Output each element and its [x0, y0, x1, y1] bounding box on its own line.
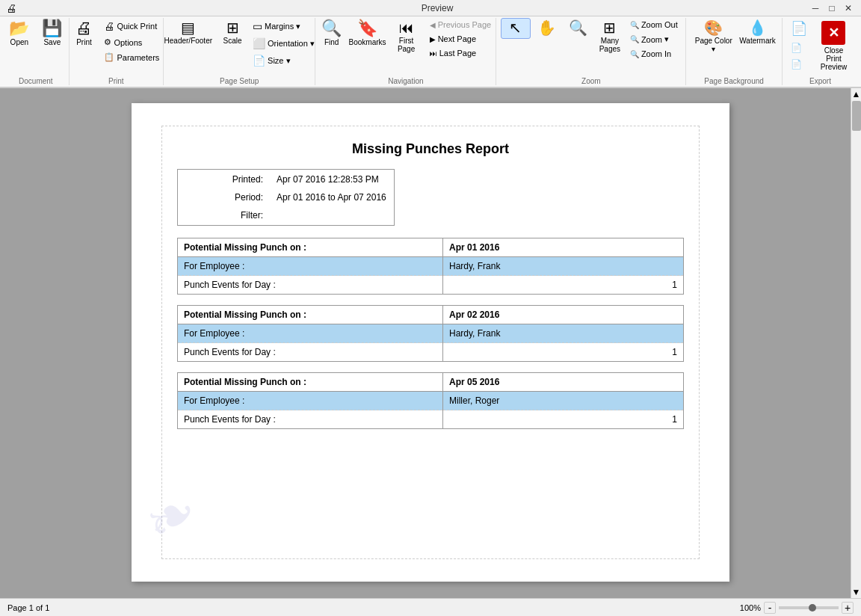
options-button[interactable]: ⚙ Options: [100, 35, 163, 49]
maximize-button[interactable]: □: [825, 1, 839, 15]
watermark-button[interactable]: 💧 Watermark: [738, 18, 777, 47]
first-page-button[interactable]: ⏮ First Page: [388, 18, 424, 55]
vertical-scrollbar[interactable]: ▲ ▼: [851, 88, 861, 598]
scale-label: Scale: [223, 37, 242, 45]
pdf-button-3[interactable]: 📄: [787, 57, 811, 72]
page-container[interactable]: ❧ Missing Punches Report Printed: Apr 07…: [0, 88, 861, 598]
cursor-tool-button[interactable]: ↖: [501, 18, 531, 39]
navigation-buttons: 🔍 Find 🔖 Bookmarks ⏮ First Page ◀ Previo…: [317, 18, 496, 76]
section-3-header: Potential Missing Punch on : Apr 05 2016: [178, 373, 684, 392]
scale-button[interactable]: ⊞ Scale: [217, 18, 247, 47]
options-label: Options: [114, 38, 142, 47]
hand-tool-button[interactable]: ✋: [532, 18, 562, 39]
section-3-employee-label: For Employee :: [178, 392, 443, 410]
ribbon-group-print: 🖨 Print 🖨 Quick Print ⚙ Options 📋 Parame…: [70, 18, 164, 85]
next-page-button[interactable]: ▶ Next Page: [426, 32, 496, 46]
magnifier-icon: 🔍: [569, 20, 587, 35]
page-inner: Missing Punches Report Printed: Apr 07 2…: [161, 126, 700, 559]
ribbon-group-navigation: 🔍 Find 🔖 Bookmarks ⏮ First Page ◀ Previo…: [315, 18, 496, 85]
section-1-header: Potential Missing Punch on : Apr 01 2016: [178, 238, 684, 257]
watermark-icon: 💧: [748, 20, 767, 35]
ribbon-content: 📂 Open 💾 Save Document 🖨 Print 🖨: [0, 16, 861, 87]
title-bar: 🖨 Preview ─ □ ✕: [0, 0, 861, 16]
close-print-preview-button[interactable]: ✕ Close PrintPreview: [814, 18, 854, 74]
scroll-thumb[interactable]: [852, 101, 861, 131]
zoom-increase-button[interactable]: +: [842, 602, 854, 614]
ribbon-group-page-background: 🎨 Page Color ▾ 💧 Watermark Page Backgrou…: [686, 18, 783, 85]
nav-prev-next: ◀ Previous Page ▶ Next Page ⏭ Last Page: [426, 18, 496, 60]
section-2-date-header: Potential Missing Punch on :: [178, 306, 443, 324]
quick-print-button[interactable]: 🖨 Quick Print: [100, 18, 163, 34]
quick-print-label: Quick Print: [117, 22, 157, 31]
minimize-button[interactable]: ─: [809, 1, 822, 15]
print-main-button[interactable]: 🖨 Print: [69, 18, 99, 49]
page-setup-sub: ▭ Margins ▾ ⬜ Orientation ▾ 📄 Size ▾: [249, 18, 318, 69]
meta-filter-row: Filter:: [179, 207, 392, 224]
zoom-slider-thumb[interactable]: [809, 604, 816, 612]
export-buttons: 📄 📄 📄 ✕ Close PrintPreview: [787, 18, 854, 76]
margins-label: Margins ▾: [265, 22, 300, 31]
zoom-slider[interactable]: [779, 606, 839, 609]
section-1-date-header: Potential Missing Punch on :: [178, 238, 443, 257]
margins-icon: ▭: [253, 20, 262, 32]
section-1-label: Apr 01 2016: [443, 238, 684, 257]
prev-page-icon: ◀: [430, 21, 436, 29]
printed-label: Printed:: [179, 171, 269, 188]
page-info: Page 1 of 1: [7, 603, 49, 612]
filter-value: [271, 207, 392, 224]
find-icon: 🔍: [321, 20, 342, 37]
ribbon-group-export: 📄 📄 📄 ✕ Close PrintPreview Export: [783, 18, 858, 85]
parameters-button[interactable]: 📋 Parameters: [100, 50, 163, 64]
pdf-button-2[interactable]: 📄: [787, 40, 811, 55]
orientation-label: Orientation ▾: [268, 39, 315, 49]
report-section-2: Potential Missing Punch on : Apr 02 2016…: [177, 305, 684, 362]
section-2-label: Apr 02 2016: [443, 306, 684, 324]
last-page-icon: ⏭: [430, 49, 437, 58]
report-title: Missing Punches Report: [177, 141, 684, 157]
section-2-punch-label: Punch Events for Day :: [178, 343, 443, 362]
scale-icon: ⊞: [226, 20, 239, 35]
hand-icon: ✋: [537, 20, 556, 35]
size-button[interactable]: 📄 Size ▾: [249, 52, 318, 69]
find-label: Find: [324, 38, 339, 46]
open-button[interactable]: 📂 Open: [4, 18, 34, 49]
section-2-employee-name: Hardy, Frank: [443, 324, 684, 343]
navigation-group-label: Navigation: [320, 76, 491, 85]
close-button[interactable]: ✕: [842, 1, 855, 15]
orientation-button[interactable]: ⬜ Orientation ▾: [249, 35, 318, 52]
section-1-employee-row: For Employee : Hardy, Frank: [178, 257, 684, 276]
zoom-out-button[interactable]: 🔍 Zoom Out: [626, 18, 682, 31]
section-3-punch-count: 1: [443, 410, 684, 429]
pdf-icon-1: 📄: [791, 20, 807, 37]
margins-button[interactable]: ▭ Margins ▾: [249, 18, 318, 34]
scroll-up-button[interactable]: ▲: [851, 88, 861, 100]
many-pages-button[interactable]: ⊞ Many Pages: [595, 18, 625, 55]
last-page-button[interactable]: ⏭ Last Page: [426, 46, 496, 60]
header-footer-button[interactable]: ▤ Header/Footer: [161, 18, 216, 47]
section-1-employee-label: For Employee :: [178, 257, 443, 276]
magnifier-tool-button[interactable]: 🔍: [564, 18, 593, 39]
find-button[interactable]: 🔍 Find: [317, 18, 347, 49]
prev-page-button[interactable]: ◀ Previous Page: [426, 18, 496, 31]
report-section-1: Potential Missing Punch on : Apr 01 2016…: [177, 238, 684, 295]
page-color-button[interactable]: 🎨 Page Color ▾: [691, 18, 736, 55]
save-button[interactable]: 💾 Save: [37, 18, 67, 49]
scroll-down-button[interactable]: ▼: [851, 586, 861, 598]
bookmarks-button[interactable]: 🔖 Bookmarks: [348, 18, 387, 49]
zoom-in-button[interactable]: 🔍 Zoom In: [626, 47, 682, 61]
section-3-punch-label: Punch Events for Day :: [178, 410, 443, 429]
report-meta-table: Printed: Apr 07 2016 12:28:53 PM Period:…: [177, 169, 395, 226]
page-setup-buttons: ▤ Header/Footer ⊞ Scale ▭ Margins ▾ ⬜ Or…: [161, 18, 318, 76]
pdf-icon-2: 📄: [791, 43, 802, 53]
pdf-icon-3: 📄: [791, 59, 802, 70]
save-label: Save: [43, 38, 61, 46]
orientation-icon: ⬜: [253, 37, 265, 49]
print-page: ❧ Missing Punches Report Printed: Apr 07…: [132, 103, 729, 582]
print-icon: 🖨: [75, 20, 92, 37]
zoom-decrease-button[interactable]: -: [764, 602, 776, 614]
zoom-button[interactable]: 🔍 Zoom ▾: [626, 32, 682, 46]
page-background-group-label: Page Background: [691, 76, 777, 85]
pdf-button-1[interactable]: 📄: [787, 18, 811, 39]
section-2-employee-label: For Employee :: [178, 324, 443, 343]
zoom-label: Zoom: [641, 35, 662, 44]
